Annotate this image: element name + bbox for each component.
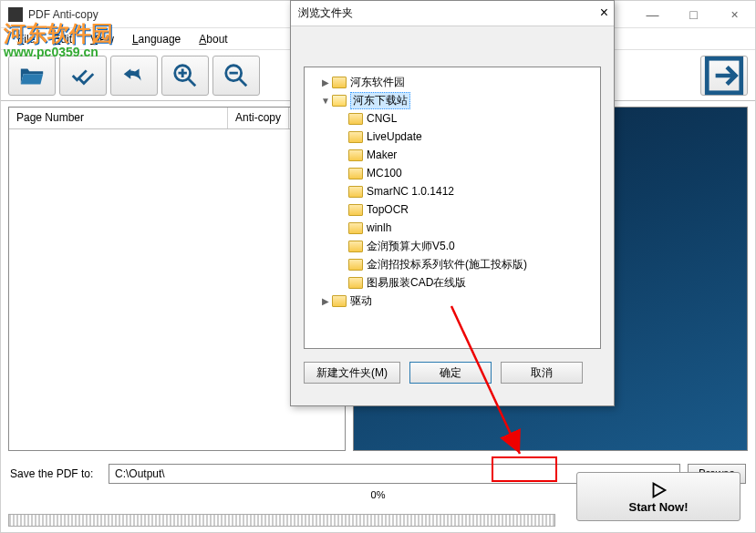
tree-label: Maker [367, 149, 397, 161]
zoom-out-button[interactable] [212, 56, 260, 96]
menu-edit[interactable]: EditEdit [44, 31, 81, 47]
start-label: Start Now! [629, 500, 689, 514]
progress-bar [8, 514, 555, 527]
undo-button[interactable] [110, 56, 158, 96]
start-button[interactable]: Start Now! [576, 472, 740, 521]
tree-label: 河东软件园 [350, 75, 405, 90]
tree-item[interactable]: SmarNC 1.0.1412 [308, 182, 596, 200]
check-all-icon [69, 62, 97, 89]
browse-folder-dialog: 浏览文件夹 × ▶河东软件园▼河东下载站CNGLLiveUpdateMakerM… [290, 0, 615, 406]
tree-label: winlh [367, 221, 391, 234]
new-folder-button[interactable]: 新建文件夹(M) [304, 362, 400, 384]
tree-arrow-icon[interactable]: ▶ [319, 77, 332, 87]
col-page-number[interactable]: Page Number [9, 108, 228, 128]
undo-icon [120, 62, 148, 89]
exit-button[interactable] [700, 56, 748, 96]
folder-icon [348, 241, 363, 252]
dialog-close-button[interactable]: × [600, 5, 608, 21]
tree-label: 金润预算大师V5.0 [367, 239, 455, 254]
close-button[interactable]: × [714, 1, 755, 27]
tree-label: 河东下载站 [350, 92, 410, 109]
app-icon [8, 7, 23, 22]
zoom-in-button[interactable] [161, 56, 209, 96]
folder-icon [332, 95, 347, 107]
folder-icon [348, 186, 363, 198]
exit-icon [701, 53, 747, 98]
save-label: Save the PDF to: [10, 467, 101, 480]
tree-label: TopOCR [367, 203, 409, 216]
tree-item[interactable]: 图易服装CAD在线版 [308, 273, 596, 292]
check-all-button[interactable] [59, 56, 107, 96]
tree-label: 驱动 [350, 293, 372, 309]
maximize-button[interactable]: □ [673, 1, 714, 27]
folder-icon [348, 131, 363, 143]
zoom-in-icon [171, 62, 199, 89]
folder-icon [348, 259, 363, 271]
tree-label: 图易服装CAD在线版 [367, 275, 466, 291]
folder-icon [348, 277, 363, 289]
folder-icon [332, 77, 347, 88]
tree-label: 金润招投标系列软件(施工投标版) [367, 257, 527, 272]
ok-button[interactable]: 确定 [409, 362, 492, 384]
tree-label: SmarNC 1.0.1412 [367, 185, 454, 198]
tree-item[interactable]: 金润招投标系列软件(施工投标版) [308, 255, 596, 273]
window-title: PDF Anti-copy [28, 8, 98, 21]
zoom-out-icon [223, 62, 250, 89]
tree-item[interactable]: 金润预算大师V5.0 [308, 237, 596, 255]
tree-label: LiveUpdate [367, 130, 422, 143]
dialog-title[interactable]: 浏览文件夹 × [291, 1, 614, 26]
tree-item[interactable]: ▶河东软件园 [308, 73, 596, 91]
tree-arrow-icon[interactable]: ▼ [319, 96, 332, 106]
tree-item[interactable]: Maker [308, 146, 596, 164]
col-anti-copy[interactable]: Anti-copy [228, 108, 289, 128]
tree-item[interactable]: CNGL [308, 109, 596, 128]
minimize-button[interactable]: — [632, 1, 673, 27]
cancel-button[interactable]: 取消 [501, 362, 583, 384]
tree-item[interactable]: winlh [308, 219, 596, 237]
menu-view[interactable]: ViewView [81, 31, 123, 47]
folder-tree[interactable]: ▶河东软件园▼河东下载站CNGLLiveUpdateMakerMC100Smar… [304, 67, 601, 349]
tree-label: CNGL [367, 112, 397, 125]
folder-icon [348, 222, 363, 234]
folder-icon [348, 149, 363, 161]
folder-icon [348, 113, 363, 125]
folder-icon [348, 168, 363, 179]
folder-icon [348, 204, 363, 216]
tree-arrow-icon[interactable]: ▶ [319, 296, 332, 306]
menu-file[interactable]: FFileile [8, 31, 44, 47]
tree-item[interactable]: MC100 [308, 164, 596, 182]
menu-about[interactable]: AboutAbout [190, 31, 236, 47]
menu-language[interactable]: LanguageLanguage [123, 31, 190, 47]
open-button[interactable] [8, 56, 56, 96]
open-folder-icon [18, 62, 46, 89]
tree-item[interactable]: ▶驱动 [308, 292, 596, 310]
play-icon [648, 480, 668, 500]
tree-item[interactable]: LiveUpdate [308, 128, 596, 146]
tree-item[interactable]: TopOCR [308, 200, 596, 219]
tree-label: MC100 [367, 167, 402, 179]
folder-icon [332, 295, 347, 307]
tree-item[interactable]: ▼河东下载站 [308, 91, 596, 109]
